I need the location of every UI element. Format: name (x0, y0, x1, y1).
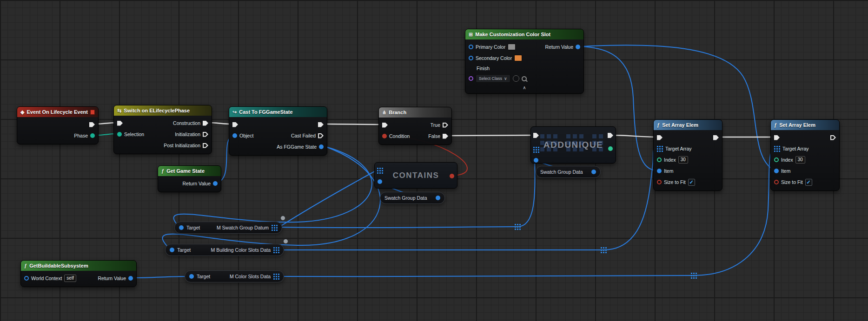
wire-addunique-to-set1[interactable] (612, 135, 658, 137)
as-fggamestate-output-pin[interactable] (319, 144, 324, 149)
node-cast-to-fggamestate[interactable]: ↪ Cast To FGGameState Object Cast Failed… (229, 106, 327, 156)
target-input-pin[interactable] (189, 274, 194, 279)
target-input-pin[interactable] (170, 248, 174, 252)
array-reroute-node[interactable] (601, 247, 607, 253)
browse-asset-icon[interactable] (522, 76, 527, 81)
array-output-pin[interactable] (273, 274, 279, 280)
index-input-pin[interactable] (774, 157, 779, 162)
false-exec-pin[interactable] (443, 134, 448, 139)
node-make-customization-color-slot[interactable]: ⊞ Make Customization Color Slot Primary … (465, 29, 584, 94)
return-value-output-pin[interactable] (576, 45, 580, 49)
index-input-pin[interactable] (657, 157, 662, 162)
post-initialization-exec-pin[interactable] (203, 143, 208, 148)
wire-reroute-handle[interactable] (283, 239, 288, 244)
node-event-on-lifecycle-event[interactable]: ◆ Event On Lifecycle Event Phase (17, 106, 99, 144)
return-value-output-pin[interactable] (128, 276, 133, 281)
primary-color-swatch[interactable] (508, 44, 516, 50)
size-to-fit-input-pin[interactable] (774, 180, 779, 184)
node-branch[interactable]: ⋔ Branch True Condition False (378, 107, 452, 145)
item-input-pin[interactable] (378, 179, 382, 184)
return-value-output-pin[interactable] (213, 181, 218, 186)
node-header[interactable]: ƒ Get Game State (158, 166, 221, 176)
item-input-pin[interactable] (657, 169, 662, 173)
exec-output-pin[interactable] (713, 135, 719, 140)
node-set-array-elem-1[interactable]: ƒ Set Array Elem Target Array Index 30 I… (653, 119, 722, 191)
node-header[interactable]: ⇆ Switch on ELifecyclePhase (114, 105, 212, 116)
exec-output-pin[interactable] (830, 135, 836, 140)
node-get-buildable-subsystem[interactable]: ƒ GetBuildableSubsystem World Context se… (20, 260, 137, 287)
cast-failed-exec-pin[interactable] (318, 133, 324, 138)
item-input-pin[interactable] (774, 169, 779, 173)
getter-swatch-group-data-b[interactable]: Swatch Group Data (536, 166, 601, 178)
object-input-pin[interactable] (232, 133, 237, 138)
index-input[interactable]: 30 (795, 156, 805, 164)
bool-output-pin[interactable] (450, 174, 454, 178)
pin-label: Item (781, 168, 790, 174)
secondary-color-swatch[interactable] (514, 55, 522, 61)
wire-cast-to-branch[interactable] (325, 124, 382, 124)
exec-output-pin[interactable] (318, 122, 324, 127)
getter-swatch-group-data-a[interactable]: Swatch Group Data (380, 192, 445, 204)
struct-output-pin[interactable] (436, 196, 440, 200)
finish-class-input-pin[interactable] (469, 76, 473, 81)
node-set-array-elem-2[interactable]: ƒ Set Array Elem Target Array Index 30 I… (770, 119, 840, 191)
node-header[interactable]: ƒ Set Array Elem (654, 120, 722, 130)
target-array-input-pin[interactable] (657, 146, 663, 152)
exec-input-pin[interactable] (232, 122, 238, 127)
getter-m-color-slots-data[interactable]: Target M Color Slots Data (185, 270, 284, 282)
size-to-fit-checkbox[interactable]: ✓ (688, 179, 695, 186)
new-item-input-pin[interactable] (534, 158, 538, 163)
size-to-fit-input-pin[interactable] (657, 180, 662, 184)
exec-input-pin[interactable] (117, 121, 123, 126)
node-get-game-state[interactable]: ƒ Get Game State Return Value (158, 165, 221, 192)
size-to-fit-checkbox[interactable]: ✓ (805, 179, 812, 186)
node-header[interactable]: ⋔ Branch (379, 107, 451, 118)
struct-output-pin[interactable] (591, 170, 596, 174)
node-array-add-unique[interactable]: ADDUNIQUE (530, 126, 616, 164)
target-array-input-pin[interactable] (533, 147, 539, 153)
getter-m-swatch-group-datum[interactable]: Target M Swatch Group Datum (174, 222, 282, 234)
condition-input-pin[interactable] (382, 134, 387, 138)
target-input-pin[interactable] (179, 225, 184, 230)
use-selected-asset-icon[interactable] (513, 75, 519, 82)
target-array-input-pin[interactable] (774, 146, 780, 152)
node-switch-on-elifecyclephase[interactable]: ⇆ Switch on ELifecyclePhase Construction… (113, 105, 212, 154)
blueprint-graph-canvas[interactable]: ◆ Event On Lifecycle Event Phase ⇆ Switc… (0, 0, 868, 321)
wire-subsystem-to-colorslots-target[interactable] (133, 276, 189, 278)
wire-reroute-handle[interactable] (280, 216, 285, 221)
world-context-input-pin[interactable] (24, 276, 29, 281)
index-input[interactable]: 30 (678, 156, 688, 164)
exec-input-pin[interactable] (533, 133, 539, 138)
exec-output-pin[interactable] (89, 122, 95, 127)
secondary-color-input-pin[interactable] (469, 56, 473, 60)
primary-color-input-pin[interactable] (469, 45, 473, 49)
node-header[interactable]: ⊞ Make Customization Color Slot (465, 29, 583, 39)
phase-output-pin[interactable] (90, 133, 95, 138)
array-output-pin[interactable] (272, 225, 278, 231)
node-header[interactable]: ƒ GetBuildableSubsystem (21, 261, 136, 271)
selection-input-pin[interactable] (117, 132, 122, 137)
node-header[interactable]: ƒ Set Array Elem (771, 120, 839, 130)
array-reroute-node[interactable] (691, 273, 697, 279)
target-array-input-pin[interactable] (377, 168, 383, 174)
wire-asgamestate-to-buildingslots-target[interactable] (162, 146, 380, 249)
exec-output-pin[interactable] (608, 133, 613, 138)
world-context-input[interactable]: self (64, 275, 76, 282)
collapse-pins-chevron[interactable]: ∧ (465, 84, 583, 91)
node-array-contains[interactable]: CONTAINS (374, 162, 457, 189)
initialization-exec-pin[interactable] (203, 132, 208, 137)
exec-input-pin[interactable] (382, 123, 388, 128)
node-header[interactable]: ◆ Event On Lifecycle Event (17, 107, 98, 117)
wire-swatchdatum-to-addunique-array[interactable] (279, 150, 535, 228)
exec-input-pin[interactable] (657, 135, 663, 140)
construction-exec-pin[interactable] (203, 121, 208, 126)
select-class-dropdown[interactable]: Select Class ∨ (476, 74, 510, 83)
wire-false-to-addunique[interactable] (447, 135, 535, 136)
true-exec-pin[interactable] (443, 123, 448, 128)
getter-m-building-color-slots-data[interactable]: Target M Building Color Slots Data (165, 244, 284, 256)
exec-input-pin[interactable] (774, 135, 780, 140)
array-output-pin[interactable] (273, 247, 279, 253)
node-header[interactable]: ↪ Cast To FGGameState (229, 107, 327, 117)
index-output-pin[interactable] (608, 146, 613, 151)
array-reroute-node[interactable] (515, 224, 521, 230)
